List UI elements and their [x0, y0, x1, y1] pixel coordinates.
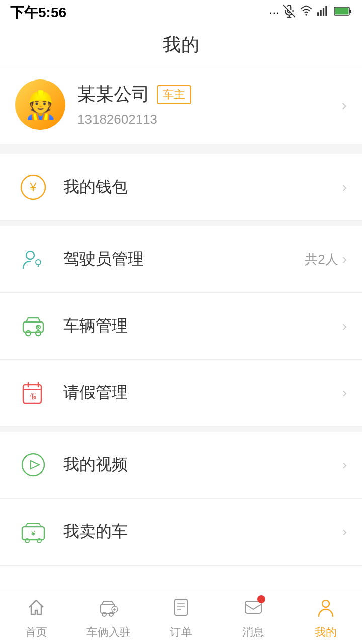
- svg-point-13: [36, 260, 41, 265]
- svg-rect-4: [320, 10, 322, 16]
- nav-item-fleet[interactable]: 车俩入驻: [72, 593, 145, 640]
- menu-item-vehicle[interactable]: 车辆管理 ›: [0, 293, 362, 360]
- menu-label-video: 我的视频: [63, 454, 342, 476]
- nav-item-home[interactable]: 首页: [0, 593, 72, 640]
- video-icon: [15, 447, 51, 483]
- profile-section[interactable]: 👷 某某公司 车主 13182602113 ›: [0, 65, 362, 149]
- section-divider-1: [0, 149, 362, 154]
- vehicle-chevron-icon: ›: [342, 318, 347, 334]
- wallet-icon: ¥: [15, 169, 51, 205]
- home-icon: [26, 597, 46, 622]
- svg-rect-8: [349, 10, 351, 13]
- svg-point-16: [26, 331, 31, 336]
- svg-text:¥: ¥: [31, 529, 35, 537]
- profile-chevron-icon: ›: [341, 96, 347, 114]
- leave-chevron-icon: ›: [342, 385, 347, 401]
- menu-label-leave: 请假管理: [63, 382, 342, 404]
- mute-icon: [283, 5, 296, 21]
- nav-label-home: 首页: [25, 625, 47, 640]
- menu-item-video[interactable]: 我的视频 ›: [0, 432, 362, 499]
- sell-icon: ¥: [15, 514, 51, 550]
- profile-info: 某某公司 车主 13182602113: [77, 82, 341, 127]
- avatar: 👷: [15, 79, 65, 130]
- driver-chevron-icon: ›: [342, 251, 347, 267]
- section-divider-2: [0, 221, 362, 226]
- svg-rect-5: [323, 8, 324, 16]
- leave-icon: 假: [15, 375, 51, 411]
- status-icons: ···: [269, 5, 352, 21]
- order-icon: [171, 597, 191, 622]
- status-time: 下午5:56: [10, 3, 66, 22]
- menu-item-leave[interactable]: 假 请假管理 ›: [0, 360, 362, 427]
- svg-rect-52: [245, 601, 261, 613]
- svg-text:假: 假: [30, 392, 37, 400]
- menu-item-sell[interactable]: ¥ 我卖的车 ›: [0, 499, 362, 566]
- svg-text:¥: ¥: [29, 180, 37, 194]
- vehicle-icon: [15, 308, 51, 344]
- profile-phone: 13182602113: [77, 112, 341, 127]
- profile-badge: 车主: [157, 85, 191, 104]
- menu-label-vehicle: 车辆管理: [63, 315, 342, 337]
- menu-label-sell: 我卖的车: [63, 521, 342, 543]
- svg-rect-48: [175, 599, 187, 615]
- signal-dots-icon: ···: [269, 6, 279, 19]
- message-badge: [257, 595, 265, 603]
- svg-rect-3: [317, 12, 319, 16]
- video-chevron-icon: ›: [342, 457, 347, 473]
- mine-icon: [316, 597, 336, 622]
- svg-point-53: [322, 600, 329, 607]
- nav-item-mine[interactable]: 我的: [290, 593, 362, 640]
- page-header: 我的: [0, 25, 362, 65]
- nav-label-message: 消息: [242, 625, 264, 640]
- fleet-icon: [99, 597, 119, 622]
- svg-point-17: [36, 331, 41, 336]
- menu-label-wallet: 我的钱包: [63, 176, 342, 198]
- svg-point-26: [22, 454, 44, 476]
- nav-item-message[interactable]: 消息: [217, 593, 290, 640]
- driver-icon: [15, 241, 51, 277]
- driver-count: 共2人: [305, 251, 338, 268]
- battery-icon: [334, 6, 352, 20]
- bottom-nav: 首页 车俩入驻 订单: [0, 589, 362, 644]
- svg-rect-6: [325, 6, 327, 16]
- profile-name: 某某公司: [77, 82, 150, 107]
- nav-item-order[interactable]: 订单: [145, 593, 217, 640]
- svg-point-14: [38, 266, 39, 267]
- menu-item-driver[interactable]: 驾驶员管理 共2人 ›: [0, 226, 362, 293]
- page-title: 我的: [163, 33, 199, 57]
- svg-rect-9: [335, 8, 349, 15]
- section-divider-3: [0, 427, 362, 432]
- wallet-chevron-icon: ›: [342, 179, 347, 195]
- wifi-icon: [300, 5, 313, 21]
- svg-marker-27: [31, 461, 39, 469]
- sell-chevron-icon: ›: [342, 524, 347, 540]
- nav-label-mine: 我的: [315, 625, 337, 640]
- status-bar: 下午5:56 ···: [0, 0, 362, 25]
- signal-icon: [317, 5, 330, 21]
- message-icon: [243, 597, 263, 622]
- nav-label-order: 订单: [170, 625, 192, 640]
- menu-label-driver: 驾驶员管理: [63, 248, 305, 270]
- menu-item-wallet[interactable]: ¥ 我的钱包 ›: [0, 154, 362, 221]
- nav-label-fleet: 车俩入驻: [86, 625, 131, 640]
- svg-point-12: [26, 251, 34, 259]
